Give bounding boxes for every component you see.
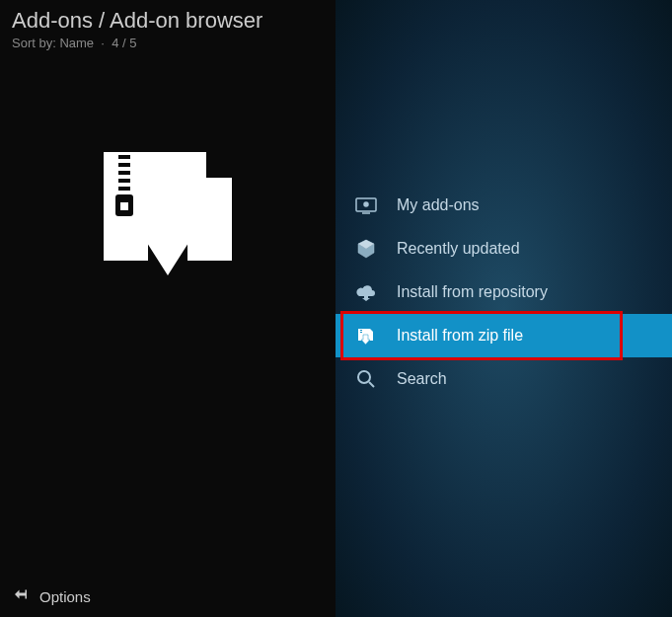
menu-item-install-zip[interactable]: Install from zip file: [336, 314, 672, 357]
menu-item-install-repository[interactable]: Install from repository: [336, 270, 672, 314]
menu-item-recently-updated[interactable]: Recently updated: [336, 227, 672, 270]
menu-item-label: Search: [397, 370, 447, 388]
menu-item-my-addons[interactable]: My add-ons: [336, 184, 672, 227]
search-icon: [355, 369, 377, 389]
separator: ·: [98, 36, 112, 50]
svg-point-12: [358, 371, 370, 383]
menu-item-search[interactable]: Search: [336, 357, 672, 401]
svg-rect-0: [118, 155, 130, 159]
svg-line-13: [369, 382, 374, 387]
zip-download-icon: [355, 326, 377, 346]
header: Add-ons / Add-on browser Sort by: Name ·…: [0, 0, 336, 58]
sort-info: Sort by: Name · 4 / 5: [12, 36, 324, 50]
menu-item-label: Recently updated: [397, 240, 520, 258]
footer: Options: [12, 585, 91, 607]
svg-rect-10: [360, 330, 362, 331]
svg-rect-2: [118, 171, 130, 175]
svg-point-8: [364, 202, 368, 206]
options-button[interactable]: Options: [39, 588, 91, 605]
menu-item-label: Install from repository: [397, 283, 548, 301]
left-panel: Add-ons / Add-on browser Sort by: Name ·…: [0, 0, 336, 617]
feature-icon-container: [0, 58, 336, 275]
svg-rect-11: [360, 332, 362, 333]
right-panel: My add-ons Recently updated Install from…: [336, 0, 672, 617]
menu-item-label: Install from zip file: [397, 327, 523, 345]
svg-rect-1: [118, 163, 130, 167]
box-icon: [355, 239, 377, 259]
cloud-download-icon: [355, 282, 377, 302]
sort-label: Sort by: Name: [12, 36, 94, 50]
menu-list: My add-ons Recently updated Install from…: [336, 184, 672, 401]
menu-item-label: My add-ons: [397, 196, 480, 214]
svg-rect-4: [118, 187, 130, 191]
svg-rect-3: [118, 179, 130, 183]
breadcrumb: Add-ons / Add-on browser: [12, 8, 324, 34]
addons-icon: [355, 195, 377, 215]
svg-rect-6: [120, 202, 128, 210]
position-indicator: 4 / 5: [112, 36, 136, 50]
zip-file-download-icon: [94, 147, 242, 275]
options-icon[interactable]: [12, 585, 30, 607]
